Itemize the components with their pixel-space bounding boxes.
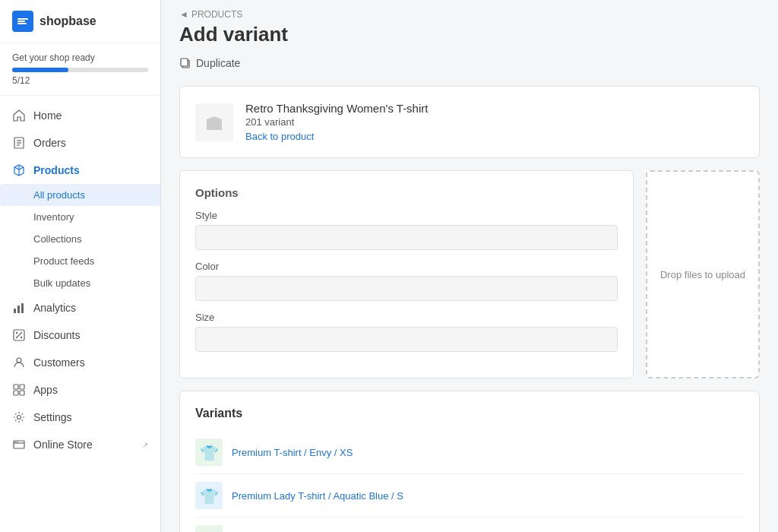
style-label: Style <box>195 210 618 221</box>
variant-thumb-0: 👕 <box>195 439 223 466</box>
variant-item-2[interactable]: 👕 Premium T-shirt / Envy / S <box>195 518 744 532</box>
size-input[interactable] <box>195 327 618 352</box>
sidebar-label-customers: Customers <box>33 356 85 369</box>
svg-rect-11 <box>21 303 24 313</box>
options-card: Options Style Color Size <box>179 170 634 378</box>
svg-rect-9 <box>14 309 16 313</box>
breadcrumb: ◄ PRODUCTS <box>179 0 760 23</box>
sidebar-label-products: Products <box>33 164 80 176</box>
svg-rect-19 <box>14 391 18 395</box>
sidebar-label-settings: Settings <box>33 411 72 423</box>
variant-item-0[interactable]: 👕 Premium T-shirt / Envy / XS <box>195 431 744 474</box>
online-store-icon <box>12 438 26 451</box>
product-card: Retro Thanksgiving Women's T-shirt 201 v… <box>179 86 760 158</box>
duplicate-button[interactable]: Duplicate <box>179 54 760 72</box>
sidebar-label-online-store: Online Store <box>33 439 93 451</box>
variant-thumb-1: 👕 <box>195 482 223 509</box>
breadcrumb-label: PRODUCTS <box>191 9 242 20</box>
style-field-group: Style <box>195 210 618 250</box>
sidebar-item-analytics[interactable]: Analytics <box>0 294 160 321</box>
svg-point-25 <box>17 442 18 443</box>
svg-rect-10 <box>17 306 20 313</box>
sidebar-label-apps: Apps <box>33 384 58 396</box>
svg-rect-20 <box>20 391 24 395</box>
variant-item-1[interactable]: 👕 Premium Lady T-shirt / Aquatic Blue / … <box>195 474 744 518</box>
variants-card: Variants 👕 Premium T-shirt / Envy / XS 👕… <box>179 391 760 532</box>
sidebar-item-all-products[interactable]: All products <box>0 184 160 206</box>
apps-icon <box>12 383 26 397</box>
logo-text: shopbase <box>40 14 96 28</box>
variants-title: Variants <box>195 407 744 420</box>
duplicate-label: Duplicate <box>196 57 240 69</box>
drop-zone[interactable]: Drop files to upload <box>646 170 760 378</box>
back-to-product-link[interactable]: Back to product <box>245 131 428 142</box>
products-icon <box>12 163 26 177</box>
color-label: Color <box>195 261 618 272</box>
sidebar-item-orders[interactable]: Orders <box>0 129 160 157</box>
sidebar-label-orders: Orders <box>33 137 66 149</box>
options-title: Options <box>195 186 618 199</box>
sub-label-inventory: Inventory <box>33 211 74 223</box>
drop-zone-text: Drop files to upload <box>660 269 745 280</box>
svg-point-24 <box>15 442 17 443</box>
discounts-icon <box>12 328 26 342</box>
svg-rect-1 <box>17 18 28 20</box>
sub-label-collections: Collections <box>33 233 82 245</box>
svg-rect-18 <box>20 385 24 389</box>
customers-icon <box>12 356 26 369</box>
sidebar-label-home: Home <box>33 109 62 122</box>
setup-section: Get your shop ready 5/12 <box>0 43 160 96</box>
sidebar-item-products[interactable]: Products <box>0 157 160 184</box>
breadcrumb-arrow: ◄ <box>179 9 188 20</box>
progress-bar-bg <box>12 68 148 72</box>
external-link-icon: ↗ <box>142 441 148 449</box>
size-field-group: Size <box>195 312 618 352</box>
sidebar-item-inventory[interactable]: Inventory <box>0 206 160 228</box>
sub-label-product-feeds: Product feeds <box>33 255 94 267</box>
svg-rect-27 <box>181 59 188 66</box>
color-input[interactable] <box>195 276 618 301</box>
product-name: Retro Thanksgiving Women's T-shirt <box>245 102 428 115</box>
sidebar-label-discounts: Discounts <box>33 329 80 341</box>
logo-icon <box>12 11 33 32</box>
sidebar-label-analytics: Analytics <box>33 302 76 314</box>
duplicate-icon <box>179 57 191 69</box>
home-icon <box>12 109 26 122</box>
orders-icon <box>12 136 26 150</box>
style-input[interactable] <box>195 225 618 250</box>
settings-icon <box>12 410 26 424</box>
svg-point-21 <box>17 416 21 420</box>
logo-area: shopbase <box>0 0 160 43</box>
sidebar-item-product-feeds[interactable]: Product feeds <box>0 250 160 272</box>
sidebar-item-customers[interactable]: Customers <box>0 349 160 376</box>
setup-label: Get your shop ready <box>12 52 148 63</box>
svg-rect-28 <box>207 122 222 130</box>
svg-point-16 <box>17 358 21 363</box>
variant-name-0: Premium T-shirt / Envy / XS <box>232 447 353 458</box>
variant-name-1: Premium Lady T-shirt / Aquatic Blue / S <box>232 490 403 502</box>
svg-point-15 <box>21 337 22 338</box>
sidebar-item-settings[interactable]: Settings <box>0 404 160 431</box>
sub-label-bulk-updates: Bulk updates <box>33 277 90 289</box>
sidebar-nav: Home Orders Products All products Invent… <box>0 96 160 532</box>
main-content: ◄ PRODUCTS Add variant Duplicate Retro T… <box>161 0 778 532</box>
product-icon <box>195 103 233 141</box>
size-label: Size <box>195 312 618 323</box>
svg-rect-17 <box>14 385 18 389</box>
svg-text:👕: 👕 <box>200 444 218 461</box>
sidebar-item-online-store[interactable]: Online Store ↗ <box>0 431 160 458</box>
svg-rect-3 <box>17 23 27 24</box>
sidebar-item-bulk-updates[interactable]: Bulk updates <box>0 272 160 294</box>
variant-thumb-2: 👕 <box>195 525 223 532</box>
sidebar-item-apps[interactable]: Apps <box>0 376 160 404</box>
sidebar: shopbase Get your shop ready 5/12 Home O… <box>0 0 161 532</box>
sidebar-item-collections[interactable]: Collections <box>0 228 160 250</box>
sidebar-item-discounts[interactable]: Discounts <box>0 321 160 349</box>
svg-point-14 <box>16 332 17 334</box>
sub-label-all-products: All products <box>33 189 85 201</box>
product-info: Retro Thanksgiving Women's T-shirt 201 v… <box>245 102 428 142</box>
page-title: Add variant <box>179 23 760 46</box>
progress-count: 5/12 <box>12 75 148 86</box>
sidebar-item-home[interactable]: Home <box>0 102 160 129</box>
svg-rect-2 <box>17 21 25 22</box>
